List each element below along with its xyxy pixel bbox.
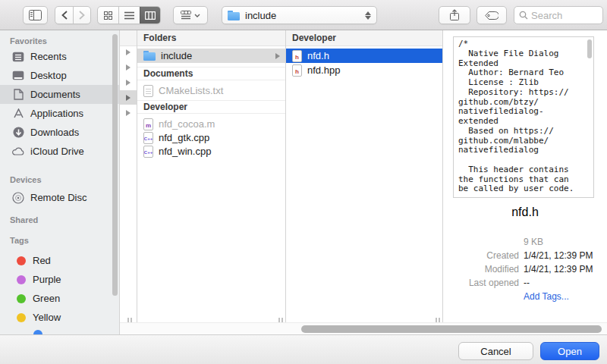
horizontal-scrollbar-thumb[interactable]: [301, 325, 602, 333]
meta-row-created: Created 1/4/21, 12:39 PM: [443, 250, 602, 264]
sidebar-toggle-icon: [29, 10, 42, 20]
add-tags-link[interactable]: Add Tags...: [524, 291, 569, 305]
file-row-nfd-cocoa[interactable]: m nfd_cocoa.m: [137, 117, 285, 131]
meta-row-modified: Modified 1/4/21, 12:39 PM: [443, 264, 602, 278]
folder-icon: [228, 11, 240, 20]
tag-dot-green-icon: [17, 294, 26, 303]
tag-dot-yellow-icon: [17, 313, 26, 322]
icon-view-button[interactable]: [98, 7, 118, 24]
sidebar-item-tag-yellow[interactable]: Yellow: [0, 308, 119, 327]
horizontal-scrollbar-track[interactable]: [120, 322, 607, 334]
path-popup-label: include: [245, 10, 276, 21]
arrange-icon: [181, 11, 191, 20]
file-name: nfd_cocoa.m: [159, 118, 215, 130]
share-button[interactable]: [439, 6, 470, 24]
meta-row-size: 9 KB: [443, 237, 602, 250]
disclosure-arrow-icon: [275, 53, 280, 59]
sidebar-section-devices: Devices: [10, 175, 42, 184]
remote-disc-icon: [11, 191, 25, 205]
group-header-developer: Developer: [137, 100, 285, 114]
sidebar-item-label: Applications: [30, 108, 83, 119]
strip-row[interactable]: [120, 75, 137, 89]
tag-dot-purple-icon: [17, 275, 26, 284]
strip-row[interactable]: [120, 105, 137, 120]
list-view-button[interactable]: [118, 7, 139, 24]
file-row-include[interactable]: include: [137, 49, 285, 63]
view-mode-group: [97, 6, 161, 24]
tag-button[interactable]: [476, 6, 507, 24]
file-preview-box: /* Native File Dialog Extended Author: B…: [453, 36, 594, 198]
sidebar-scrollbar[interactable]: [112, 34, 118, 296]
desktop-icon: [11, 69, 25, 83]
path-popup-button[interactable]: include: [222, 6, 377, 24]
column-header-label: Developer: [292, 33, 336, 43]
sidebar-item-remote-disc[interactable]: Remote Disc: [0, 188, 119, 207]
toolbar: include: [0, 0, 607, 30]
arrange-button[interactable]: [173, 6, 208, 24]
sidebar-item-tag-purple[interactable]: Purple: [0, 270, 119, 289]
disclosure-arrow-icon: [126, 80, 131, 86]
sidebar-item-applications[interactable]: Applications: [0, 104, 119, 123]
strip-row[interactable]: [120, 60, 137, 74]
meta-label: Last opened: [443, 278, 519, 291]
file-name: CMakeLists.txt: [159, 85, 223, 96]
group-header-label: Developer: [143, 102, 187, 112]
sidebar-section-shared: Shared: [10, 215, 38, 224]
file-row-nfd-hpp[interactable]: h nfd.hpp: [286, 63, 442, 77]
share-icon: [449, 9, 460, 21]
file-row-nfd-win[interactable]: C++ nfd_win.cpp: [137, 144, 285, 158]
open-button[interactable]: Open: [540, 342, 599, 360]
disclosure-arrow-icon: [126, 49, 131, 55]
file-row-cmakelists[interactable]: CMakeLists.txt: [137, 83, 285, 98]
sidebar-item-label: Documents: [30, 89, 80, 100]
group-header-label: Documents: [143, 68, 193, 79]
sidebar-item-downloads[interactable]: Downloads: [0, 123, 119, 142]
search-field[interactable]: [514, 6, 603, 24]
sidebar-item-tag-green[interactable]: Green: [0, 289, 119, 308]
objc-file-icon: m: [143, 118, 153, 130]
sidebar-section-tags: Tags: [10, 236, 29, 245]
file-preview-text: /* Native File Dialog Extended Author: B…: [458, 39, 590, 194]
header-file-icon: h: [292, 64, 302, 77]
back-icon: [61, 11, 68, 20]
preview-file-title: nfd.h: [443, 206, 607, 219]
forward-button[interactable]: [73, 7, 90, 24]
folder-icon: [143, 51, 156, 61]
search-input[interactable]: [531, 10, 592, 21]
sidebar-toggle-button[interactable]: [23, 6, 48, 24]
forward-icon: [79, 11, 85, 20]
meta-value: 1/4/21, 12:39 PM: [524, 250, 593, 264]
column-view-button[interactable]: [140, 7, 160, 24]
sidebar-item-icloud-drive[interactable]: iCloud Drive: [0, 142, 119, 161]
documents-icon: [11, 88, 25, 102]
sidebar-item-label: Purple: [33, 274, 61, 285]
cancel-button[interactable]: Cancel: [458, 342, 533, 360]
list-view-icon: [124, 11, 134, 20]
icloud-icon: [11, 145, 25, 158]
meta-value: --: [524, 278, 530, 291]
column-header-label: Folders: [143, 33, 176, 43]
sidebar-item-tag-red[interactable]: Red: [0, 251, 119, 270]
nav-button-group: [55, 6, 91, 24]
strip-row-selected[interactable]: [120, 90, 137, 105]
sidebar-item-desktop[interactable]: Desktop: [0, 66, 119, 85]
strip-row[interactable]: [120, 45, 137, 59]
preview-scrollbar[interactable]: [587, 39, 592, 58]
back-button[interactable]: [55, 7, 73, 24]
column-header-developer: Developer: [286, 30, 442, 46]
file-name: nfd_gtk.cpp: [159, 132, 209, 143]
file-row-nfd-gtk[interactable]: C++ nfd_gtk.cpp: [137, 130, 285, 145]
sidebar: Favorites Recents Desktop Documents Appl…: [0, 30, 119, 334]
cpp-file-icon: C++: [143, 146, 153, 158]
file-name: nfd.hpp: [307, 64, 340, 76]
file-name: nfd_win.cpp: [159, 146, 211, 157]
recents-icon: [11, 50, 25, 64]
file-size: 9 KB: [524, 237, 543, 250]
sidebar-item-recents[interactable]: Recents: [0, 47, 119, 66]
disclosure-arrow-icon: [126, 110, 131, 116]
file-row-nfd-h-selected[interactable]: h nfd.h: [286, 49, 442, 63]
meta-row-add-tags: Add Tags...: [443, 291, 602, 305]
sidebar-item-documents[interactable]: Documents: [0, 85, 119, 104]
sidebar-item-label: iCloud Drive: [30, 146, 84, 157]
chevron-down-icon: [194, 14, 200, 17]
